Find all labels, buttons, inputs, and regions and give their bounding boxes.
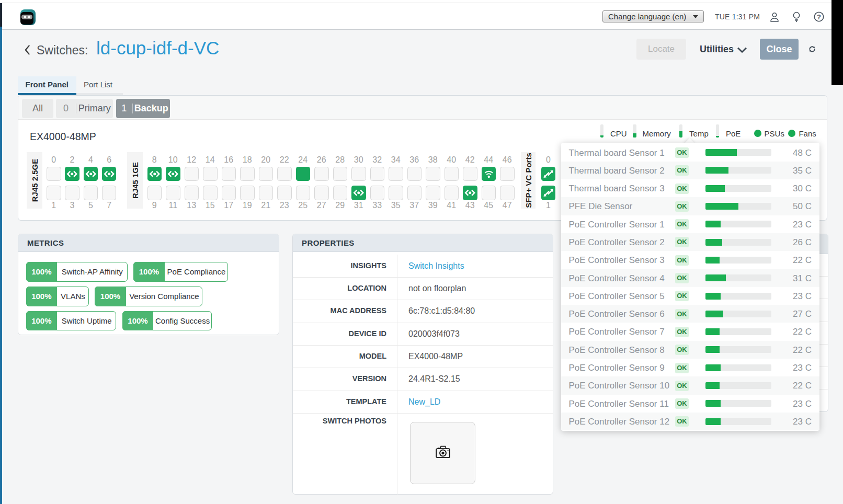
svg-text:?: ? xyxy=(817,13,821,21)
